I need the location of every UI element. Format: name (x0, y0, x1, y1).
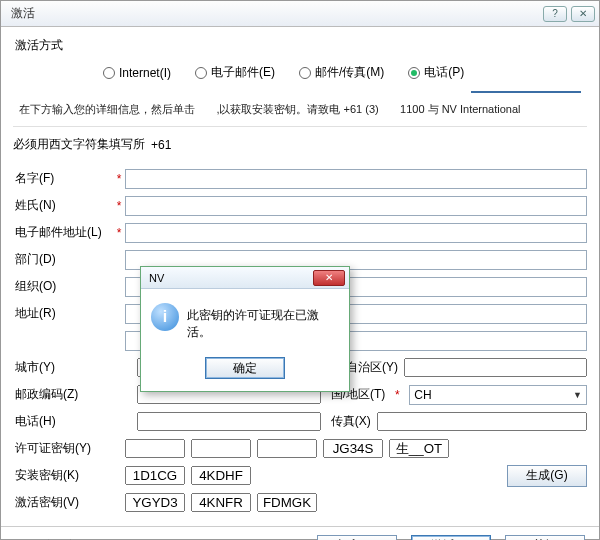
required-charset-label: 必须用西文字符集填写所 (13, 136, 145, 153)
divider (13, 126, 587, 127)
footer: * 表示必需字段 打印(P) 激活(A) 关闭 (1, 526, 599, 541)
install-part-1[interactable] (125, 466, 185, 485)
license-part-5[interactable] (389, 439, 449, 458)
confirmation-dialog: NV ✕ i 此密钥的许可证现在已激活。 确定 (140, 266, 350, 392)
dialog-close-icon[interactable]: ✕ (313, 270, 345, 286)
firstname-input[interactable] (125, 169, 587, 189)
required-star: * (391, 388, 403, 402)
activation-key-group (125, 493, 317, 512)
radio-fax[interactable]: 邮件/传真(M) (299, 64, 384, 81)
license-key-group (125, 439, 449, 458)
label-email: 电子邮件地址(L) (13, 224, 113, 241)
activation-part-1[interactable] (125, 493, 185, 512)
label-install: 安装密钥(K) (13, 467, 113, 484)
instructions-text: 在下方输入您的详细信息，然后单击 ,以获取安装密钥。请致电 +61 (3) 11… (13, 99, 587, 120)
activate-button[interactable]: 激活(A) (411, 535, 491, 541)
license-part-4[interactable] (323, 439, 383, 458)
label-firstname: 名字(F) (13, 170, 113, 187)
radio-icon (299, 67, 311, 79)
label-license: 许可证密钥(Y) (13, 440, 113, 457)
help-icon[interactable]: ? (543, 6, 567, 22)
label-department: 部门(D) (13, 251, 113, 268)
label-address: 地址(R) (13, 305, 113, 322)
radio-internet[interactable]: Internet(I) (103, 66, 171, 80)
label-postal: 邮政编码(Z) (13, 386, 113, 403)
label-phone: 电话(H) (13, 413, 113, 430)
license-part-3[interactable] (257, 439, 317, 458)
dialog-title: NV (149, 272, 164, 284)
ok-button[interactable]: 确定 (205, 357, 285, 379)
radio-icon (195, 67, 207, 79)
print-button[interactable]: 打印(P) (317, 535, 397, 541)
radio-icon (408, 67, 420, 79)
close-button[interactable]: 关闭 (505, 535, 585, 541)
titlebar: 激活 ? ✕ (1, 1, 599, 27)
radio-email[interactable]: 电子邮件(E) (195, 64, 275, 81)
license-part-1[interactable] (125, 439, 185, 458)
label-activation: 激活密钥(V) (13, 494, 113, 511)
label-fax: 传真(X) (331, 413, 371, 430)
required-charset-row: 必须用西文字符集填写所 +61 (13, 133, 587, 157)
dialog-message: 此密钥的许可证现在已激活。 (187, 303, 339, 341)
label-lastname: 姓氏(N) (13, 197, 113, 214)
install-part-2[interactable] (191, 466, 251, 485)
method-label: 激活方式 (15, 37, 587, 54)
dialog-titlebar: NV ✕ (141, 267, 349, 289)
required-star: * (113, 172, 125, 186)
label-organization: 组织(O) (13, 278, 113, 295)
generate-button[interactable]: 生成(G) (507, 465, 587, 487)
selection-underline (471, 91, 581, 93)
info-icon: i (151, 303, 179, 331)
close-icon[interactable]: ✕ (571, 6, 595, 22)
radio-phone[interactable]: 电话(P) (408, 64, 464, 81)
chevron-down-icon: ▼ (573, 390, 582, 400)
install-key-group (125, 466, 251, 485)
fax-input[interactable] (377, 412, 587, 431)
label-city: 城市(Y) (13, 359, 113, 376)
required-star: * (113, 199, 125, 213)
activation-part-3[interactable] (257, 493, 317, 512)
lastname-input[interactable] (125, 196, 587, 216)
required-value: +61 (151, 138, 171, 152)
method-radio-group: Internet(I) 电子邮件(E) 邮件/传真(M) 电话(P) (13, 60, 587, 91)
country-select[interactable]: CH▼ (409, 385, 587, 405)
activation-part-2[interactable] (191, 493, 251, 512)
radio-icon (103, 67, 115, 79)
window-title: 激活 (11, 5, 539, 22)
required-star: * (113, 226, 125, 240)
email-input[interactable] (125, 223, 587, 243)
license-part-2[interactable] (191, 439, 251, 458)
state-input[interactable] (404, 358, 587, 377)
phone-input[interactable] (137, 412, 321, 431)
